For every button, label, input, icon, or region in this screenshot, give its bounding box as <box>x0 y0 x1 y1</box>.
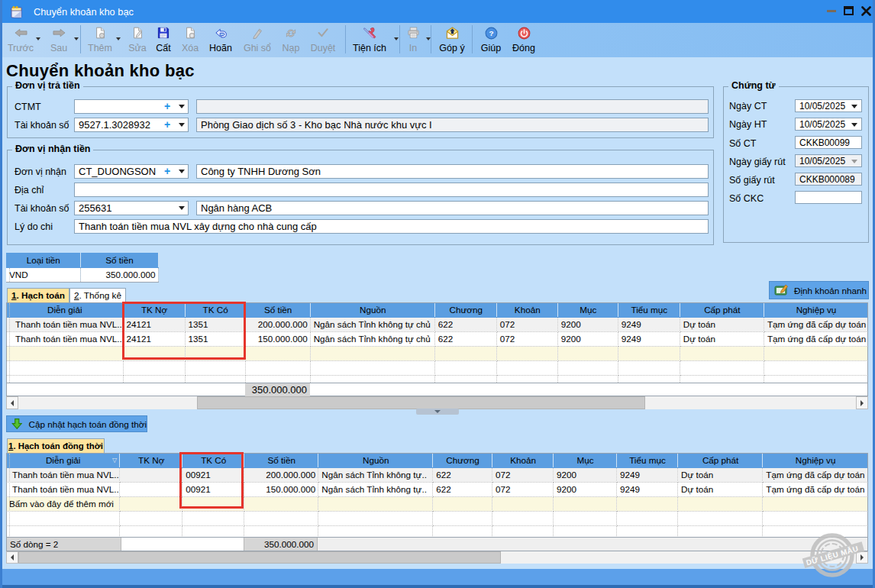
svg-text:?: ? <box>489 29 493 37</box>
